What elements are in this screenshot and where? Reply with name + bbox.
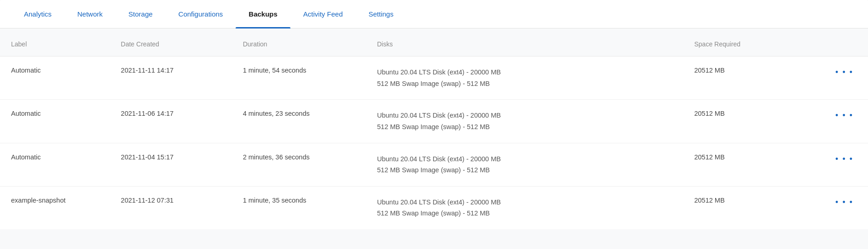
col-header-date: Date Created [110,32,232,57]
tab-analytics[interactable]: Analytics [11,0,64,28]
cell-date-2: 2021-11-04 15:17 [110,143,232,186]
row-actions-button-0[interactable]: • • • [832,67,857,78]
col-header-duration: Duration [232,32,366,57]
backups-table-wrapper: Label Date Created Duration Disks Space … [0,28,868,233]
cell-duration-2: 2 minutes, 36 seconds [232,143,366,186]
cell-space-0: 20512 MB [683,57,805,100]
cell-label-1: Automatic [0,100,110,143]
col-header-label: Label [0,32,110,57]
cell-label-3: example-snapshot [0,186,110,229]
tab-network[interactable]: Network [64,0,116,28]
col-header-space: Space Required [683,32,805,57]
tab-storage[interactable]: Storage [116,0,166,28]
cell-space-1: 20512 MB [683,100,805,143]
row-actions-button-3[interactable]: • • • [832,197,857,208]
main-container: AnalyticsNetworkStorageConfigurationsBac… [0,0,868,233]
table-row: Automatic 2021-11-11 14:17 1 minute, 54 … [0,57,868,100]
cell-date-0: 2021-11-11 14:17 [110,57,232,100]
tab-settings[interactable]: Settings [356,0,406,28]
backups-table: Label Date Created Duration Disks Space … [0,32,868,229]
cell-disks-0: Ubuntu 20.04 LTS Disk (ext4) - 20000 MB5… [366,57,683,100]
cell-duration-0: 1 minute, 54 seconds [232,57,366,100]
table-header-row: Label Date Created Duration Disks Space … [0,32,868,57]
col-header-disks: Disks [366,32,683,57]
tab-backups[interactable]: Backups [236,0,290,28]
tab-activity-feed[interactable]: Activity Feed [290,0,356,28]
table-row: example-snapshot 2021-11-12 07:31 1 minu… [0,186,868,229]
cell-disks-2: Ubuntu 20.04 LTS Disk (ext4) - 20000 MB5… [366,143,683,186]
cell-label-2: Automatic [0,143,110,186]
row-actions-button-1[interactable]: • • • [832,110,857,121]
cell-disks-3: Ubuntu 20.04 LTS Disk (ext4) - 20000 MB5… [366,186,683,229]
cell-space-2: 20512 MB [683,143,805,186]
cell-label-0: Automatic [0,57,110,100]
cell-space-3: 20512 MB [683,186,805,229]
cell-actions-0: • • • [805,57,868,100]
cell-actions-3: • • • [805,186,868,229]
cell-actions-1: • • • [805,100,868,143]
table-row: Automatic 2021-11-06 14:17 4 minutes, 23… [0,100,868,143]
cell-disks-1: Ubuntu 20.04 LTS Disk (ext4) - 20000 MB5… [366,100,683,143]
cell-duration-3: 1 minute, 35 seconds [232,186,366,229]
tab-navigation: AnalyticsNetworkStorageConfigurationsBac… [0,0,868,28]
cell-duration-1: 4 minutes, 23 seconds [232,100,366,143]
table-row: Automatic 2021-11-04 15:17 2 minutes, 36… [0,143,868,186]
cell-date-3: 2021-11-12 07:31 [110,186,232,229]
col-header-actions [805,32,868,57]
row-actions-button-2[interactable]: • • • [832,153,857,165]
cell-date-1: 2021-11-06 14:17 [110,100,232,143]
cell-actions-2: • • • [805,143,868,186]
tab-configurations[interactable]: Configurations [166,0,236,28]
